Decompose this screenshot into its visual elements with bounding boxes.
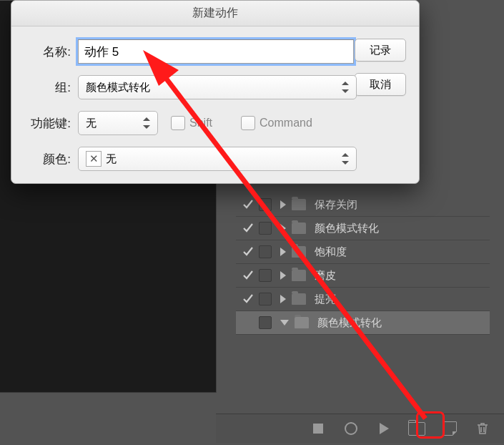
action-label: 磨皮 xyxy=(315,269,336,283)
disclosure-icon[interactable] xyxy=(280,200,286,209)
action-row[interactable]: 提亮 xyxy=(236,288,490,311)
toggle-square[interactable] xyxy=(259,316,272,329)
folder-icon xyxy=(408,422,425,436)
action-row[interactable]: 颜色模式转化 xyxy=(236,311,490,335)
fn-key-select[interactable]: 无 xyxy=(78,111,158,135)
name-label: 名称: xyxy=(24,44,71,60)
check-icon[interactable] xyxy=(242,198,255,211)
cancel-button-label: 取消 xyxy=(370,78,391,92)
disclosure-icon[interactable] xyxy=(280,248,286,256)
check-icon[interactable] xyxy=(242,245,255,258)
action-label: 保存关闭 xyxy=(315,198,357,212)
chevron-updown-icon xyxy=(342,153,349,165)
color-select-value: 无 xyxy=(106,152,117,166)
stop-button[interactable] xyxy=(310,420,327,437)
check-icon[interactable] xyxy=(242,293,255,305)
set-select[interactable]: 颜色模式转化 xyxy=(78,75,357,99)
folder-open-icon xyxy=(295,317,309,328)
action-row[interactable]: 饱和度 xyxy=(236,240,490,264)
check-icon[interactable] xyxy=(242,222,255,235)
disclosure-icon[interactable] xyxy=(280,295,286,303)
action-label: 饱和度 xyxy=(315,245,347,259)
chevron-updown-icon xyxy=(143,117,150,129)
check-icon[interactable] xyxy=(242,269,255,282)
stop-icon xyxy=(313,424,323,434)
folder-icon xyxy=(292,246,306,258)
folder-icon xyxy=(292,199,306,210)
delete-button[interactable] xyxy=(474,420,491,437)
cancel-button[interactable]: 取消 xyxy=(355,73,406,96)
chevron-updown-icon xyxy=(342,82,349,93)
disclosure-icon[interactable] xyxy=(280,320,289,326)
action-label: 提亮 xyxy=(315,293,336,306)
action-label: 颜色模式转化 xyxy=(317,316,382,330)
action-row[interactable]: 保存关闭 xyxy=(236,193,490,217)
play-button[interactable] xyxy=(375,420,392,437)
disclosure-icon[interactable] xyxy=(280,271,286,280)
check-icon[interactable] xyxy=(242,316,255,329)
color-label: 颜色: xyxy=(24,151,71,167)
toggle-square[interactable] xyxy=(259,222,272,235)
set-label: 组: xyxy=(24,79,71,96)
record-button-label: 记录 xyxy=(370,44,391,57)
action-row[interactable]: 磨皮 xyxy=(236,264,490,288)
toggle-square[interactable] xyxy=(259,245,272,258)
folder-icon xyxy=(292,293,306,305)
folder-icon xyxy=(292,222,306,234)
dialog-title: 新建动作 xyxy=(11,1,419,26)
shift-checkbox[interactable] xyxy=(171,116,185,130)
command-checkbox[interactable] xyxy=(241,116,255,130)
set-select-value: 颜色模式转化 xyxy=(86,81,150,94)
record-icon xyxy=(345,422,357,435)
new-action-icon xyxy=(443,421,457,436)
play-icon xyxy=(380,423,389,434)
toggle-square[interactable] xyxy=(259,293,272,305)
color-select[interactable]: ✕无 xyxy=(78,147,357,171)
toggle-square[interactable] xyxy=(259,269,272,282)
record-button[interactable]: 记录 xyxy=(355,39,406,62)
action-label: 颜色模式转化 xyxy=(315,222,379,235)
action-name-input[interactable] xyxy=(78,39,354,64)
folder-icon xyxy=(292,270,306,281)
record-button[interactable] xyxy=(342,420,360,437)
new-set-button[interactable] xyxy=(408,420,425,437)
command-label: Command xyxy=(260,117,312,129)
new-action-button[interactable] xyxy=(441,420,458,437)
action-row[interactable]: 颜色模式转化 xyxy=(236,217,490,240)
none-swatch-icon: ✕ xyxy=(86,151,102,167)
shift-label: Shift xyxy=(189,117,212,129)
fn-label: 功能键: xyxy=(24,115,71,132)
fn-select-value: 无 xyxy=(86,117,97,130)
new-action-dialog: 新建动作 记录 取消 名称: 组: 颜色模式转化 功能键: 无 xyxy=(11,0,420,184)
toggle-square[interactable] xyxy=(259,198,272,211)
disclosure-icon[interactable] xyxy=(280,224,286,233)
action-list: 保存关闭 颜色模式转化 饱和度 xyxy=(236,193,490,335)
trash-icon xyxy=(475,421,490,436)
actions-bottom-bar xyxy=(216,414,504,443)
